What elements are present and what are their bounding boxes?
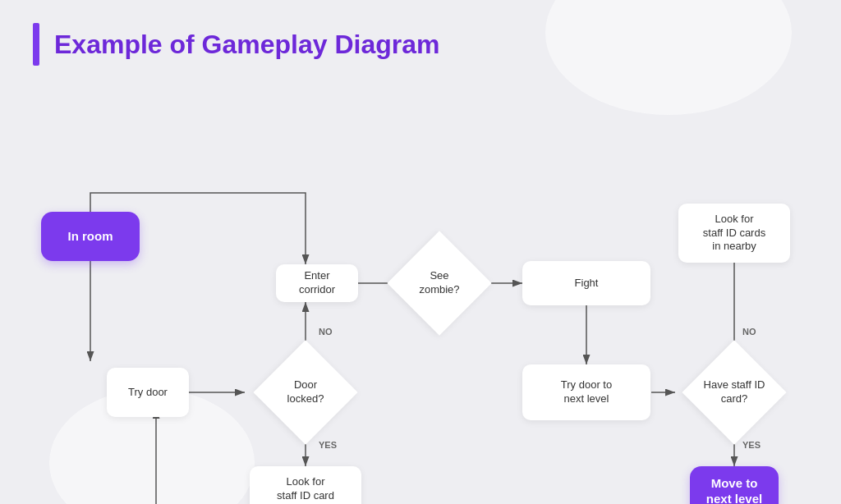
label-no-door: NO — [319, 327, 333, 337]
node-in-room: In room — [41, 212, 140, 261]
node-try-door: Try door — [107, 368, 189, 417]
node-look-staff-room: Look for staff ID card in room — [250, 466, 361, 504]
node-move-next-level: Move tonext level — [690, 466, 779, 504]
label-yes-staff-card: YES — [742, 440, 761, 450]
node-fight: Fight — [522, 261, 650, 305]
header-accent-bar — [33, 23, 39, 66]
page-title: Example of Gameplay Diagram — [54, 30, 440, 60]
label-yes-door: YES — [319, 440, 337, 450]
label-no-staff-card: NO — [742, 327, 756, 337]
page-container: Example of Gameplay Diagram — [0, 0, 841, 504]
node-have-staff-card: Have staff ID card? — [675, 353, 793, 432]
node-enter-corridor: Entercorridor — [276, 264, 358, 302]
diagram: In room Try door Door locked? Look for s… — [0, 82, 841, 484]
node-door-locked: Door locked? — [245, 353, 366, 432]
node-look-staff-nearby: Look forstaff ID cardsin nearby — [678, 204, 790, 263]
node-see-zombie: See zombie? — [401, 246, 478, 320]
node-try-door-next: Try door tonext level — [522, 364, 650, 420]
